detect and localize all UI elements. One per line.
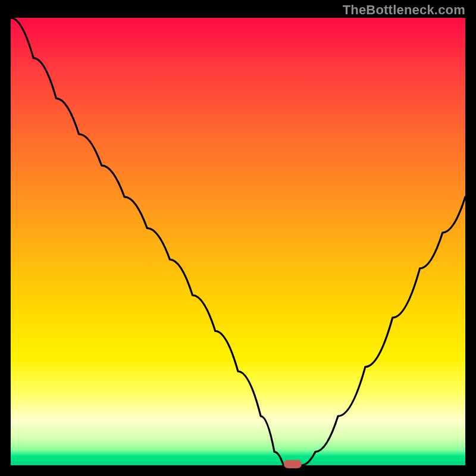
chart-frame: TheBottleneck.com — [0, 0, 476, 476]
bottleneck-curve — [11, 18, 465, 465]
optimum-marker — [284, 460, 302, 468]
plot-area — [11, 18, 465, 465]
watermark-text: TheBottleneck.com — [343, 2, 465, 18]
